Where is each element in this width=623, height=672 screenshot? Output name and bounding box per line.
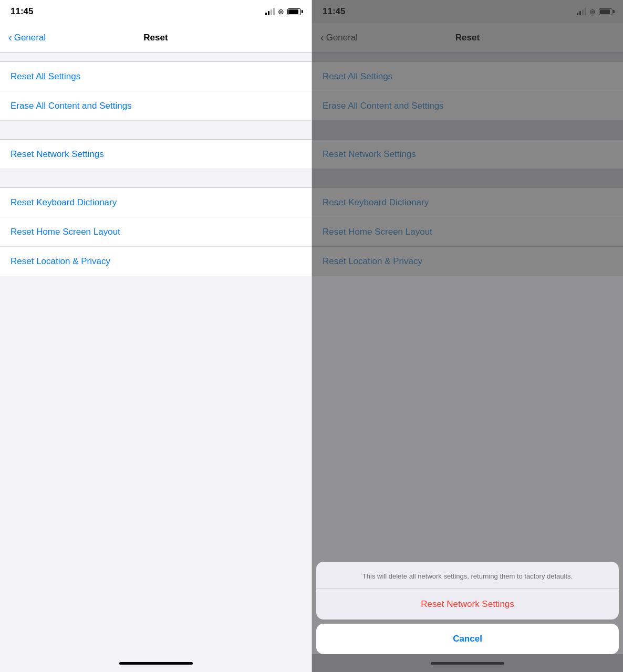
time-right: 11:45 [323, 6, 345, 17]
section-gap-top-left [0, 52, 312, 62]
reset-location-left[interactable]: Reset Location & Privacy [0, 247, 312, 276]
back-label-right: General [326, 33, 358, 43]
signal-icon-right [577, 8, 586, 15]
section-gap-1-right [312, 121, 623, 140]
reset-home-screen-label-left: Reset Home Screen Layout [11, 227, 120, 237]
status-icons-left: ⊛ [265, 7, 301, 16]
reset-network-label-left: Reset Network Settings [11, 149, 104, 160]
left-panel: 11:45 ⊛ ‹ General Reset Reset All Settin… [0, 0, 312, 672]
battery-icon-left [287, 8, 301, 15]
battery-icon-right [599, 8, 612, 15]
reset-all-settings-left[interactable]: Reset All Settings [0, 62, 312, 91]
reset-network-label-right: Reset Network Settings [323, 149, 416, 160]
section-gap-top-right [312, 52, 623, 62]
cancel-button[interactable]: Cancel [316, 624, 619, 654]
reset-keyboard-right[interactable]: Reset Keyboard Dictionary [312, 188, 623, 217]
section-gap-1-left [0, 121, 312, 140]
erase-all-label-left: Erase All Content and Settings [11, 101, 132, 111]
reset-home-screen-label-right: Reset Home Screen Layout [323, 227, 432, 237]
home-bar-left [119, 662, 193, 665]
settings-list-left: Reset All Settings Erase All Content and… [0, 52, 312, 654]
erase-all-right[interactable]: Erase All Content and Settings [312, 91, 623, 121]
reset-keyboard-label-left: Reset Keyboard Dictionary [11, 197, 117, 208]
back-label-left: General [14, 33, 46, 43]
signal-icon-left [265, 8, 275, 15]
reset-network-right[interactable]: Reset Network Settings [312, 140, 623, 169]
nav-bar-right: ‹ General Reset [312, 23, 623, 52]
status-icons-right: ⊛ [577, 7, 612, 16]
back-button-left[interactable]: ‹ General [8, 33, 46, 43]
back-arrow-icon-left: ‹ [8, 32, 12, 43]
action-sheet-main: This will delete all network settings, r… [316, 562, 619, 620]
reset-location-label-right: Reset Location & Privacy [323, 256, 422, 267]
wifi-icon-right: ⊛ [589, 7, 596, 16]
reset-all-settings-label-left: Reset All Settings [11, 71, 80, 82]
reset-location-right[interactable]: Reset Location & Privacy [312, 247, 623, 276]
back-button-right[interactable]: ‹ General [320, 33, 358, 43]
reset-network-left[interactable]: Reset Network Settings [0, 140, 312, 169]
reset-keyboard-label-right: Reset Keyboard Dictionary [323, 197, 429, 208]
reset-all-settings-label-right: Reset All Settings [323, 71, 392, 82]
reset-all-settings-right[interactable]: Reset All Settings [312, 62, 623, 91]
status-bar-left: 11:45 ⊛ [0, 0, 312, 23]
wifi-icon-left: ⊛ [278, 7, 284, 16]
page-title-left: Reset [143, 33, 168, 43]
nav-bar-left: ‹ General Reset [0, 23, 312, 52]
reset-location-label-left: Reset Location & Privacy [11, 256, 110, 267]
action-sheet-message-text: This will delete all network settings, r… [362, 572, 573, 580]
reset-network-confirm-button[interactable]: Reset Network Settings [316, 589, 619, 620]
reset-home-screen-left[interactable]: Reset Home Screen Layout [0, 217, 312, 247]
section-gap-2-right [312, 169, 623, 188]
reset-home-screen-right[interactable]: Reset Home Screen Layout [312, 217, 623, 247]
home-indicator-left [0, 654, 312, 672]
erase-all-label-right: Erase All Content and Settings [323, 101, 444, 111]
page-title-right: Reset [455, 33, 480, 43]
time-left: 11:45 [11, 6, 33, 17]
erase-all-left[interactable]: Erase All Content and Settings [0, 91, 312, 121]
status-bar-right: 11:45 ⊛ [312, 0, 623, 23]
action-sheet-message: This will delete all network settings, r… [316, 562, 619, 589]
cancel-label: Cancel [453, 634, 482, 644]
action-sheet: This will delete all network settings, r… [312, 562, 623, 672]
back-arrow-icon-right: ‹ [320, 32, 324, 43]
right-panel: 11:45 ⊛ ‹ General Reset Reset All Settin… [312, 0, 623, 672]
reset-keyboard-left[interactable]: Reset Keyboard Dictionary [0, 188, 312, 217]
section-gap-2-left [0, 169, 312, 188]
